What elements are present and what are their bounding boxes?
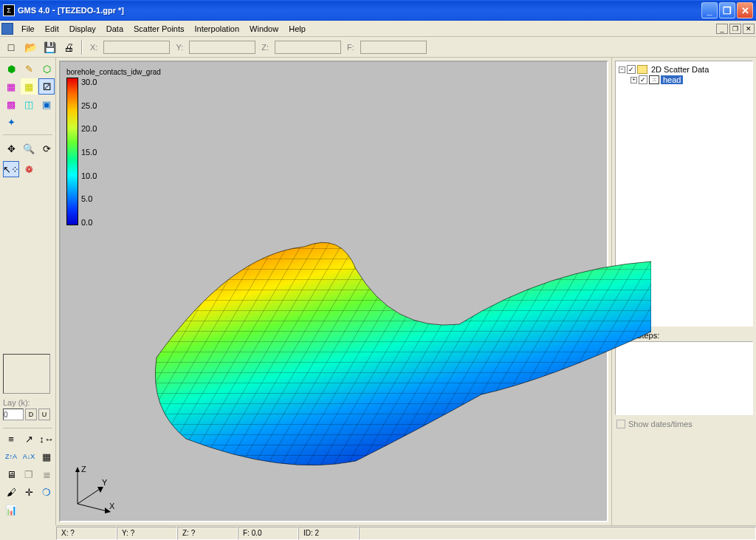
legend-ticks: 30.0 25.0 20.0 15.0 10.0 5.0 0.0	[78, 78, 97, 227]
y-label: Y:	[173, 43, 186, 52]
main-toolbar: □ 📂 💾 🖨 X: Y: Z: F:	[0, 37, 756, 58]
status-y: Y: ?	[117, 527, 177, 540]
window-buttons: _ ❐ ✕	[701, 2, 753, 18]
axis-triad-icon: Z X Y	[66, 463, 118, 515]
z-label: Z:	[258, 43, 272, 52]
bottom-tool-axes-icon[interactable]: ↕↔	[38, 431, 55, 447]
mdi-restore-button[interactable]: ❐	[729, 24, 741, 34]
collapse-icon[interactable]: −	[619, 66, 625, 73]
tree-root-label[interactable]: 2D Scatter Data	[649, 65, 711, 74]
bottom-tool-notes-icon[interactable]: ≣	[38, 466, 55, 482]
bottom-tool-bars-icon[interactable]: ≡	[3, 431, 19, 447]
dice-icon[interactable]: ⚂	[38, 78, 55, 95]
zoom-icon[interactable]: 🔍	[21, 140, 37, 157]
bottom-tool-computer-icon[interactable]: 🖥	[3, 466, 19, 482]
maximize-button[interactable]: ❐	[719, 2, 735, 18]
mdi-controls: _ ❐ ✕	[715, 24, 755, 34]
f-field[interactable]	[360, 41, 427, 54]
status-id: ID: 2	[298, 527, 359, 540]
lay-u-button[interactable]: U	[38, 409, 50, 420]
grid-yellow-icon[interactable]: ▦	[21, 78, 37, 95]
minimize-button[interactable]: _	[701, 2, 718, 18]
select-arrow-icon[interactable]: ↖⁘	[3, 161, 19, 177]
app-icon: Σ	[3, 4, 15, 16]
checkbox-root[interactable]: ✓	[627, 65, 636, 74]
mdi-close-button[interactable]: ✕	[743, 24, 755, 34]
menu-data[interactable]: Data	[101, 22, 128, 35]
tree-child-row[interactable]: + ✓ ⁙ head	[619, 75, 749, 85]
svg-text:Y: Y	[102, 478, 108, 487]
lay-d-button[interactable]: D	[25, 409, 37, 420]
title-bar: Σ GMS 4.0 - [TEZEDO-1.gpr *] _ ❐ ✕	[0, 0, 756, 21]
menu-bar: File Edit Display Data Scatter Points In…	[0, 21, 756, 37]
toolbar-separator	[81, 40, 83, 55]
status-z: Z: ?	[177, 527, 238, 540]
bottom-tool-grid-icon[interactable]: ▦	[38, 448, 55, 465]
status-blank	[359, 527, 756, 540]
close-button[interactable]: ✕	[737, 2, 753, 18]
x-field[interactable]	[103, 41, 170, 54]
app-title: GMS 4.0 - [TEZEDO-1.gpr *]	[18, 5, 124, 16]
expand-icon[interactable]: +	[630, 77, 637, 83]
status-f: F: 0.0	[238, 527, 298, 540]
x-label: X:	[87, 43, 100, 52]
mdi-document-icon[interactable]	[1, 23, 13, 35]
preview-box	[3, 354, 50, 394]
lay-label: Lay (k):	[3, 398, 52, 407]
legend-gradient-icon	[66, 78, 78, 225]
scatter-icon: ⁙	[649, 75, 659, 84]
viewport-3d[interactable]: borehole_contacts_idw_grad 30.0 25.0 20.…	[59, 61, 608, 522]
folder-icon	[637, 65, 647, 74]
new-button[interactable]: □	[3, 39, 19, 55]
status-x: X: ?	[56, 527, 117, 540]
hex-outline-icon[interactable]: ⬡	[38, 61, 55, 77]
left-toolbox: ⬢ ✎ ⬡ ▦ ▦ ⚂ ▩ ◫ ▣ ✦ ✥ 🔍 ⟳ ↖⁘ ❁ Lay (k):	[0, 58, 56, 525]
pan-icon[interactable]: ✥	[3, 140, 19, 157]
menu-window[interactable]: Window	[244, 22, 284, 35]
f-label: F:	[344, 43, 357, 52]
save-button[interactable]: 💾	[41, 39, 58, 55]
svg-text:Z: Z	[81, 465, 86, 474]
z-field[interactable]	[275, 41, 341, 54]
compass-icon[interactable]: ✦	[3, 114, 19, 130]
surface-mesh	[134, 165, 651, 483]
menu-scatter-points[interactable]: Scatter Points	[128, 22, 189, 35]
menu-edit[interactable]: Edit	[40, 22, 64, 35]
status-bar: X: ? Y: ? Z: ? F: 0.0 ID: 2	[56, 525, 756, 540]
bottom-tool-za-icon[interactable]: Z↑A	[3, 448, 19, 465]
bottom-tool-copy-icon[interactable]: ❐	[21, 466, 37, 482]
tree-child-label[interactable]: head	[661, 75, 683, 84]
open-button[interactable]: 📂	[22, 39, 38, 55]
menu-help[interactable]: Help	[284, 22, 311, 35]
grid-cubes-icon[interactable]: ▩	[3, 96, 19, 112]
bottom-tool-line-icon[interactable]: ↗	[21, 431, 37, 447]
menu-display[interactable]: Display	[64, 22, 101, 35]
mdi-minimize-button[interactable]: _	[716, 24, 728, 34]
color-legend: borehole_contacts_idw_grad 30.0 25.0 20.…	[66, 68, 140, 227]
svg-line-6	[78, 489, 100, 504]
svg-text:X: X	[109, 502, 115, 510]
cyan-cube-icon[interactable]: ◫	[21, 96, 37, 112]
select-spray-icon[interactable]: ❁	[21, 161, 37, 177]
blue-cube-icon[interactable]: ▣	[38, 96, 55, 112]
checkbox-child[interactable]: ✓	[639, 75, 647, 84]
bottom-tool-center-icon[interactable]: ✛	[21, 484, 37, 500]
bottom-tool-chart-icon[interactable]: 📊	[3, 502, 19, 518]
tree-root-row[interactable]: − ✓ 2D Scatter Data	[619, 64, 749, 75]
print-button[interactable]: 🖨	[61, 39, 77, 55]
bottom-tool-brush-icon[interactable]: 🖌	[3, 484, 19, 500]
bottom-tool-ax-icon[interactable]: A↓X	[21, 448, 37, 465]
svg-line-3	[78, 504, 107, 511]
menu-interpolation[interactable]: Interpolation	[190, 22, 245, 35]
y-field[interactable]	[189, 41, 255, 54]
svg-marker-1	[75, 467, 80, 472]
bottom-tool-drop-icon[interactable]: ❍	[38, 484, 55, 500]
menu-file[interactable]: File	[16, 22, 40, 35]
grid-magenta-icon[interactable]: ▦	[3, 78, 19, 95]
pencil-icon[interactable]: ✎	[21, 61, 37, 77]
hex-solid-icon[interactable]: ⬢	[3, 61, 19, 77]
legend-title: borehole_contacts_idw_grad	[66, 68, 140, 76]
rotate-icon[interactable]: ⟳	[38, 140, 55, 157]
lay-input[interactable]	[3, 409, 24, 420]
